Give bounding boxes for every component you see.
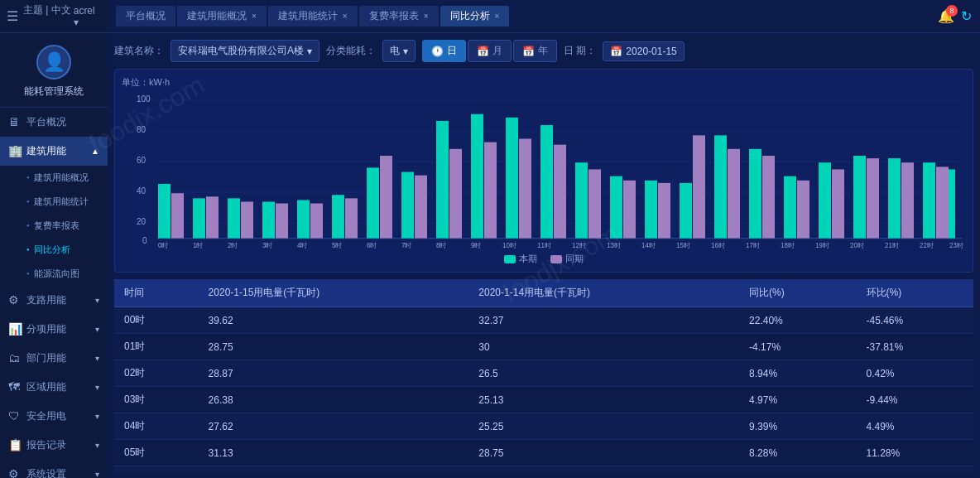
sidebar-sub-fee-rate[interactable]: 复费率报表	[20, 214, 108, 238]
cell-yoy-2: 8.94%	[739, 360, 856, 387]
sidebar-sub-energy-flow[interactable]: 能源流向图	[20, 262, 108, 286]
svg-text:20: 20	[137, 217, 146, 226]
tab-building-overview-close[interactable]: ×	[252, 12, 257, 21]
svg-rect-49	[867, 158, 879, 239]
sidebar-item-branch-label: 支路用能	[26, 293, 66, 307]
sidebar-item-department[interactable]: 🗂 部门用能 ▾	[0, 344, 108, 373]
tab-compare[interactable]: 同比分析 ×	[440, 6, 510, 27]
svg-rect-47	[832, 169, 844, 238]
sidebar-item-subsystem-label: 分项用能	[26, 322, 66, 336]
table-row: 01时28.7530-4.17%-37.81%	[114, 334, 973, 360]
cell-curr-5: 31.13	[199, 440, 469, 466]
report-arrow-icon: ▾	[95, 441, 99, 450]
sidebar-sub-building-stats[interactable]: 建筑用能统计	[20, 190, 108, 214]
region-arrow-icon: ▾	[95, 383, 99, 392]
settings-icon: ⚙	[8, 467, 22, 478]
table-row: 05时31.1328.758.28%11.28%	[114, 440, 973, 466]
main-area: 平台概况 建筑用能概况 × 建筑用能统计 × 复费率报表 × 同比分析 × 🔔	[108, 0, 980, 478]
tab-building-stats-close[interactable]: ×	[343, 12, 348, 21]
branch-icon: ⚙	[8, 293, 22, 307]
svg-text:60: 60	[137, 156, 146, 165]
time-btn-month-label: 月	[492, 44, 502, 58]
sidebar-item-report-label: 报告记录	[26, 438, 66, 452]
notification-icon[interactable]: 🔔 8	[938, 8, 954, 24]
tab-bar: 平台概况 建筑用能概况 × 建筑用能统计 × 复费率报表 × 同比分析 ×	[116, 6, 930, 27]
time-btn-month[interactable]: 📅 月	[468, 40, 512, 62]
svg-rect-44	[784, 176, 796, 239]
svg-text:9时: 9时	[471, 242, 481, 249]
calendar-icon: 📅	[610, 46, 622, 57]
sidebar-sub-building-overview[interactable]: 建筑用能概况	[20, 166, 108, 190]
cell-prev-2: 26.5	[468, 360, 739, 387]
svg-text:7时: 7时	[401, 242, 411, 249]
safety-arrow-icon: ▾	[95, 412, 99, 421]
svg-text:40: 40	[137, 186, 146, 196]
legend-previous-color	[550, 255, 562, 263]
cell-time-1: 01时	[114, 334, 199, 360]
sidebar-item-building[interactable]: 🏢 建筑用能 ▲	[0, 137, 108, 166]
sidebar-item-safety[interactable]: 🛡 安全用电 ▾	[0, 402, 108, 431]
svg-text:15时: 15时	[676, 242, 690, 249]
cell-prev-0: 32.37	[468, 307, 739, 334]
sidebar-item-safety-label: 安全用电	[26, 409, 66, 423]
sidebar-item-platform[interactable]: 🖥 平台概况	[0, 108, 108, 137]
time-btn-year[interactable]: 📅 年	[513, 40, 557, 62]
sidebar-item-settings-label: 系统设置	[26, 467, 66, 478]
subsystem-arrow-icon: ▾	[95, 325, 99, 334]
safety-icon: 🛡	[8, 409, 22, 422]
cell-mom-6: 39.71%	[857, 466, 973, 472]
cell-curr-4: 27.62	[199, 413, 469, 440]
svg-rect-43	[762, 156, 775, 239]
bar-curr-1	[193, 198, 205, 238]
svg-rect-36	[645, 181, 657, 239]
category-label: 分类能耗：	[326, 44, 376, 58]
menu-icon[interactable]: ☰	[7, 8, 18, 24]
svg-rect-53	[936, 167, 949, 238]
sidebar-item-region[interactable]: 🗺 区域用能 ▾	[0, 373, 108, 402]
chart-legend: 本期 同期	[122, 253, 966, 265]
tab-fee-rate[interactable]: 复费率报表 ×	[359, 6, 439, 27]
tab-platform-label: 平台概况	[126, 9, 166, 23]
tab-compare-close[interactable]: ×	[495, 12, 500, 21]
sidebar-item-platform-label: 平台概况	[26, 115, 66, 129]
building-submenu: 建筑用能概况 建筑用能统计 复费率报表 同比分析 能源流向图	[0, 166, 108, 286]
tab-fee-rate-close[interactable]: ×	[424, 12, 429, 21]
sidebar-item-subsystem[interactable]: 📊 分项用能 ▾	[0, 315, 108, 344]
svg-rect-40	[714, 135, 727, 238]
legend-current-label: 本期	[519, 253, 537, 265]
cell-yoy-5: 8.28%	[739, 440, 856, 466]
time-btn-day[interactable]: 🕐 日	[422, 40, 466, 62]
tab-building-overview[interactable]: 建筑用能概况 ×	[177, 6, 267, 27]
svg-text:18时: 18时	[781, 242, 795, 249]
refresh-icon[interactable]: ↻	[961, 8, 972, 24]
svg-text:4时: 4时	[297, 242, 307, 249]
sidebar-item-department-label: 部门用能	[26, 351, 66, 365]
user-label[interactable]: acrel ▾	[74, 5, 101, 28]
cell-yoy-3: 4.97%	[739, 387, 856, 413]
topbar: 平台概况 建筑用能概况 × 建筑用能统计 × 复费率报表 × 同比分析 × 🔔	[108, 0, 980, 33]
cell-curr-0: 39.62	[199, 307, 469, 334]
building-select[interactable]: 安科瑞电气股份有限公司A楼 ▾	[171, 40, 319, 62]
col-mom: 环比(%)	[857, 279, 973, 307]
svg-rect-28	[506, 118, 518, 239]
svg-rect-54	[949, 169, 955, 238]
col-time: 时间	[114, 279, 199, 307]
table-header: 时间 2020-1-15用电量(千瓦时) 2020-1-14用电量(千瓦时) 同…	[114, 279, 973, 307]
svg-rect-21	[380, 156, 392, 239]
category-select[interactable]: 电 ▾	[382, 40, 416, 62]
sidebar-item-report[interactable]: 📋 报告记录 ▾	[0, 431, 108, 460]
svg-rect-22	[401, 172, 414, 239]
user-avatar-icon: 👤	[43, 51, 65, 73]
col-yoy: 同比(%)	[739, 279, 856, 307]
sidebar-sub-compare[interactable]: 同比分析	[20, 238, 108, 262]
svg-text:21时: 21时	[885, 242, 899, 249]
tab-building-stats[interactable]: 建筑用能统计 ×	[268, 6, 358, 27]
date-picker[interactable]: 📅 2020-01-15	[603, 41, 684, 61]
tab-platform[interactable]: 平台概况	[116, 6, 175, 27]
sidebar-item-settings[interactable]: ⚙ 系统设置 ▾	[0, 460, 108, 478]
building-label: 建筑名称：	[114, 44, 164, 58]
svg-rect-31	[554, 145, 566, 239]
sidebar-item-branch[interactable]: ⚙ 支路用能 ▾	[0, 286, 108, 315]
time-btn-day-label: 日	[447, 44, 457, 58]
svg-rect-34	[610, 176, 622, 239]
